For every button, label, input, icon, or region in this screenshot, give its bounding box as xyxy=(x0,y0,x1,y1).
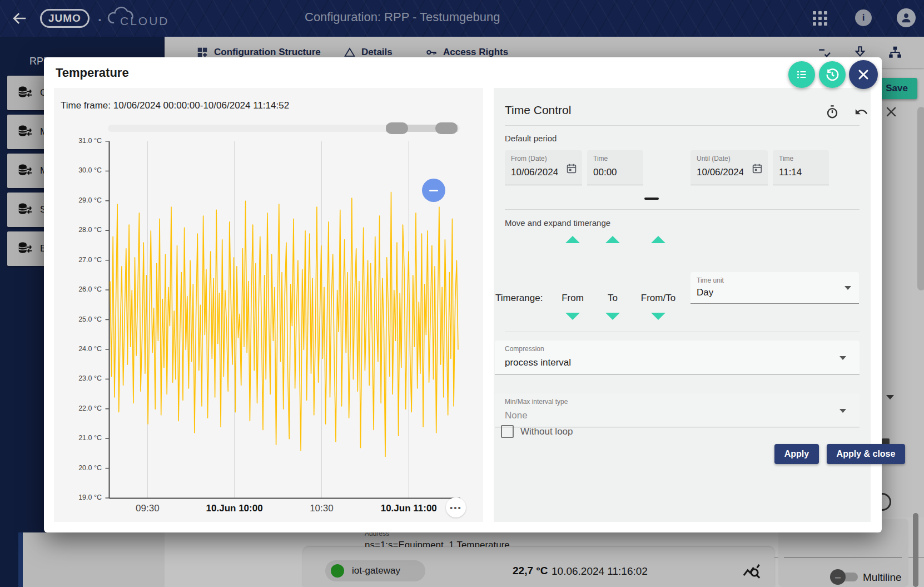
database-transfer-icon xyxy=(17,240,33,257)
apps-grid-icon[interactable] xyxy=(813,11,827,26)
timerange-fromto-up-button[interactable] xyxy=(651,236,665,243)
field-label: Until (Date) xyxy=(697,155,731,162)
close-dialog-button[interactable] xyxy=(849,60,878,89)
field-label: Time xyxy=(593,155,608,162)
sitemap-icon[interactable] xyxy=(888,45,902,60)
tab-label: Details xyxy=(361,47,393,58)
gateway-toolbar: iot-gateway 22,7 °C 10.06.2024 11:16:02 xyxy=(303,547,774,587)
tab-label: Access Rights xyxy=(443,47,508,58)
timer-icon[interactable] xyxy=(825,105,839,119)
range-dash xyxy=(644,198,659,200)
timerange-from-up-button[interactable] xyxy=(565,236,580,243)
time-control-panel: Time Control Default period From (Date) … xyxy=(494,88,871,522)
timeframe-label: Time frame: 10/06/2024 00:00:00-10/06/20… xyxy=(61,100,289,111)
chart-search-icon[interactable] xyxy=(742,562,761,581)
field-value: 11:14 xyxy=(779,167,802,178)
compression-select[interactable]: Compression process interval xyxy=(495,341,860,374)
database-transfer-icon xyxy=(17,124,33,140)
field-label: Compression xyxy=(505,345,544,353)
time-unit-select[interactable]: Time unit Day xyxy=(690,272,859,304)
x-tick-label: 09:30 xyxy=(111,503,183,514)
chart-panel: Time frame: 10/06/2024 00:00:00-10/06/20… xyxy=(54,88,483,522)
multiline-label: Multiline xyxy=(863,571,902,584)
chevron-down-icon[interactable] xyxy=(839,409,846,413)
multiline-toggle-knob[interactable]: – xyxy=(830,569,846,585)
timerange-option-fromto[interactable]: From/To xyxy=(633,293,683,304)
without-loop-checkbox[interactable] xyxy=(501,425,514,438)
timerange-fromto-down-button[interactable] xyxy=(651,313,665,320)
zoom-out-button[interactable] xyxy=(422,179,445,202)
divider xyxy=(505,125,860,126)
x-tick-label: 10:30 xyxy=(285,503,357,514)
bottom-left-accent xyxy=(18,532,23,587)
cloud-wordmark: CLOUD xyxy=(120,14,170,28)
timerange-from-down-button[interactable] xyxy=(565,313,580,320)
triangle-icon xyxy=(344,46,356,58)
status-dot-green xyxy=(331,564,344,578)
database-transfer-icon xyxy=(17,201,33,218)
jumo-logo[interactable]: JUMO xyxy=(40,9,90,28)
calendar-icon[interactable] xyxy=(565,162,578,175)
database-transfer-icon xyxy=(17,162,33,179)
gateway-chip[interactable]: iot-gateway xyxy=(325,560,425,581)
chart-more-button[interactable]: ••• xyxy=(446,497,466,517)
history-icon xyxy=(825,67,839,82)
undo-icon[interactable] xyxy=(854,105,868,119)
current-value: 22,7 °C xyxy=(513,565,548,577)
timerange-label: Timerange: xyxy=(495,293,543,304)
slider-handle-right[interactable] xyxy=(435,122,458,134)
until-date-field[interactable]: Until (Date) 10/06/2024 xyxy=(690,150,768,185)
from-time-field[interactable]: Time 00:00 xyxy=(587,150,643,185)
y-tick-label: 31.0 °C xyxy=(58,137,102,145)
y-tick-label: 26.0 °C xyxy=(58,285,102,293)
chevron-down-icon[interactable] xyxy=(844,286,851,290)
close-panel-icon[interactable] xyxy=(884,105,898,119)
account-icon[interactable] xyxy=(897,8,916,27)
field-value: 10/06/2024 xyxy=(511,167,558,178)
move-expand-label: Move and expand timerange xyxy=(505,218,610,228)
timerange-option-to[interactable]: To xyxy=(588,293,638,304)
temperature-dialog: Temperature Time frame: 10/06/2024 00:00… xyxy=(44,57,882,532)
y-tick-label: 21.0 °C xyxy=(58,434,102,442)
top-app-bar: JUMO · CLOUD Configuration: RPP - Testum… xyxy=(0,0,924,37)
divider xyxy=(505,209,860,210)
list-icon xyxy=(795,68,808,81)
x-tick-label: 10.Jun 11:00 xyxy=(372,503,445,514)
default-period-label: Default period xyxy=(505,134,557,143)
time-control-title: Time Control xyxy=(505,103,571,117)
back-arrow-icon[interactable] xyxy=(11,10,28,27)
field-label: From (Date) xyxy=(511,155,547,162)
value-timestamp: 10.06.2024 11:16:02 xyxy=(552,565,648,578)
list-view-button[interactable] xyxy=(788,61,815,88)
gateway-label: iot-gateway xyxy=(352,565,400,576)
database-transfer-icon xyxy=(17,85,33,101)
slider-handle-left[interactable] xyxy=(386,122,408,134)
info-icon[interactable]: i xyxy=(855,9,872,26)
save-button[interactable]: Save xyxy=(876,78,917,99)
timerange-to-down-button[interactable] xyxy=(605,313,620,320)
y-tick-label: 25.0 °C xyxy=(58,315,102,323)
calendar-icon[interactable] xyxy=(751,162,763,175)
page: JUMO · CLOUD Configuration: RPP - Testum… xyxy=(0,0,924,587)
y-tick-label: 20.0 °C xyxy=(58,464,102,472)
from-date-field[interactable]: From (Date) 10/06/2024 xyxy=(505,150,582,185)
dashboard-customize-icon xyxy=(196,46,208,58)
divider xyxy=(505,332,860,332)
bottom-left-panel xyxy=(23,532,165,587)
y-tick-label: 24.0 °C xyxy=(58,345,102,353)
field-label: Min/Max interval type xyxy=(505,398,568,406)
without-loop-label: Without loop xyxy=(520,426,573,437)
vertical-scrollbar[interactable] xyxy=(913,513,918,587)
y-tick-label: 22.0 °C xyxy=(58,405,102,412)
field-label: Time unit xyxy=(697,277,724,284)
field-value: Day xyxy=(697,287,713,298)
apply-close-button[interactable]: Apply & close xyxy=(827,444,905,464)
background-dropdown-caret-icon[interactable] xyxy=(886,395,894,399)
timerange-to-up-button[interactable] xyxy=(605,236,620,243)
history-button[interactable] xyxy=(819,61,846,88)
minmax-interval-select[interactable]: Min/Max interval type None xyxy=(495,393,860,427)
apply-button[interactable]: Apply xyxy=(774,444,819,464)
until-time-field[interactable]: Time 11:14 xyxy=(773,150,829,185)
chevron-down-icon[interactable] xyxy=(839,356,846,360)
time-range-slider[interactable] xyxy=(108,125,460,132)
